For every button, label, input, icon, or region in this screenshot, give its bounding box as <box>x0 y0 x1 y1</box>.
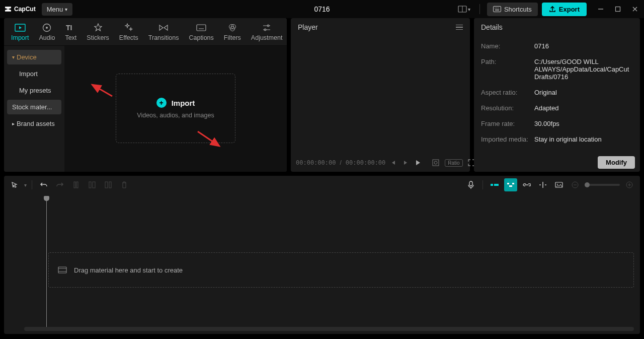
workspace: Import Audio TI Text Stickers Effects Tr… <box>0 18 644 172</box>
import-subtitle: Videos, audios, and images <box>137 112 214 119</box>
shortcuts-button[interactable]: Shortcuts <box>487 3 538 16</box>
menu-button[interactable]: Menu ▾ <box>42 3 73 16</box>
detail-value: 0716 <box>534 42 633 50</box>
tab-adjustment[interactable]: Adjustment <box>246 21 287 45</box>
time-total: 00:00:00:00 <box>346 159 385 166</box>
zoom-in-icon <box>626 181 633 188</box>
layout-button[interactable]: ▾ <box>456 4 472 15</box>
zoom-handle[interactable] <box>585 182 590 187</box>
tab-import[interactable]: Import <box>6 21 34 45</box>
step-back-icon <box>390 160 396 166</box>
chevron-down-icon[interactable]: ▾ <box>24 182 27 188</box>
step-fwd-button[interactable] <box>401 159 410 167</box>
redo-icon <box>56 181 64 188</box>
minimize-button[interactable] <box>596 4 606 14</box>
details-body: Name:0716 Path:C:/Users/GOOD WILL ALWAYS… <box>474 36 640 153</box>
preview-cut-icon <box>539 182 547 188</box>
minimize-icon <box>598 6 604 12</box>
detail-label: Frame rate: <box>481 120 534 127</box>
clip-icon <box>58 266 67 274</box>
tab-label: Transitions <box>148 34 179 41</box>
tab-stickers[interactable]: Stickers <box>82 21 114 45</box>
cursor-icon <box>11 181 18 188</box>
cover-button[interactable] <box>552 178 566 191</box>
play-button[interactable] <box>414 158 423 167</box>
split-left-button[interactable] <box>86 178 99 191</box>
sidebar-item-presets[interactable]: My presets <box>7 83 61 98</box>
preview-cut-button[interactable] <box>536 178 549 191</box>
tab-text[interactable]: TI Text <box>60 21 82 45</box>
sidebar-item-device[interactable]: ▾Device <box>7 50 61 64</box>
tab-label: Text <box>65 34 76 41</box>
svg-point-5 <box>498 8 499 9</box>
svg-rect-24 <box>433 160 439 166</box>
detail-label: Imported media: <box>481 135 534 143</box>
modify-button[interactable]: Modify <box>598 156 635 169</box>
step-back-button[interactable] <box>389 159 397 167</box>
time-current: 00:00:00:00 <box>296 159 336 166</box>
svg-rect-33 <box>491 184 493 186</box>
player-controls: 00:00:00:00 / 00:00:00:00 Ratio <box>291 154 470 172</box>
playhead[interactable] <box>46 196 47 331</box>
mic-button[interactable] <box>464 178 477 191</box>
effects-icon <box>123 23 134 32</box>
sidebar-item-import[interactable]: Import <box>7 66 61 81</box>
tab-captions[interactable]: Captions <box>184 21 218 45</box>
text-icon: TI <box>65 23 76 32</box>
tab-label: Audio <box>39 34 55 41</box>
tab-label: Adjustment <box>251 34 283 41</box>
titlebar-right: ▾ Shortcuts Export <box>456 3 640 16</box>
import-dropzone[interactable]: + Import Videos, audios, and images <box>116 74 235 143</box>
svg-point-4 <box>496 8 497 9</box>
tab-label: Stickers <box>87 34 109 41</box>
shortcuts-label: Shortcuts <box>504 6 532 13</box>
detail-value: C:/Users/GOOD WILL ALWAYS/AppData/Local/… <box>534 58 633 81</box>
timeline[interactable]: Drag material here and start to create <box>4 194 640 334</box>
play-icon <box>415 159 422 166</box>
detail-label: Name: <box>481 42 534 50</box>
timeline-dropzone[interactable]: Drag material here and start to create <box>48 252 634 288</box>
sidebar-item-label: Import <box>19 70 38 78</box>
app-logo: CapCut <box>4 5 36 13</box>
detail-label: Resolution: <box>481 104 534 112</box>
export-button[interactable]: Export <box>542 3 587 16</box>
menu-label: Menu <box>47 6 63 13</box>
keyboard-icon <box>493 6 501 12</box>
track-main-button[interactable] <box>488 178 501 191</box>
zoom-slider[interactable] <box>585 184 620 186</box>
delete-button[interactable] <box>118 178 131 191</box>
layout-icon <box>458 6 467 13</box>
link-button[interactable] <box>520 178 533 191</box>
player-menu-icon[interactable] <box>456 25 463 30</box>
split-button[interactable] <box>69 178 83 191</box>
magnet-icon <box>507 182 515 188</box>
sidebar-item-label: Stock mater... <box>12 103 52 111</box>
sidebar-item-brand[interactable]: ▸Brand assets <box>7 116 61 131</box>
link-icon <box>523 182 531 187</box>
undo-icon <box>40 181 48 188</box>
scale-button[interactable] <box>431 158 441 168</box>
tab-label: Filters <box>224 34 241 41</box>
chevron-down-icon: ▾ <box>468 7 470 12</box>
split-right-button[interactable] <box>102 178 115 191</box>
tab-transitions[interactable]: Transitions <box>143 21 184 45</box>
tab-filters[interactable]: Filters <box>219 21 246 45</box>
tab-effects[interactable]: Effects <box>114 21 143 45</box>
project-title: 0716 <box>314 5 330 13</box>
zoom-in-button[interactable] <box>623 178 636 191</box>
svg-text:TI: TI <box>66 24 72 32</box>
select-tool[interactable] <box>8 178 21 191</box>
redo-button[interactable] <box>53 178 66 191</box>
timeline-scrollbar[interactable] <box>24 327 634 331</box>
maximize-button[interactable] <box>613 4 623 14</box>
drop-hint: Drag material here and start to create <box>74 266 183 274</box>
captions-icon <box>196 23 207 32</box>
tab-audio[interactable]: Audio <box>34 21 60 45</box>
sidebar-item-label: My presets <box>19 87 51 94</box>
track-magnet-button[interactable] <box>504 178 517 191</box>
ratio-button[interactable]: Ratio <box>445 159 462 167</box>
sidebar-item-stock[interactable]: Stock mater... <box>7 100 61 114</box>
zoom-out-button[interactable] <box>569 178 582 191</box>
undo-button[interactable] <box>37 178 50 191</box>
close-button[interactable] <box>630 4 640 14</box>
